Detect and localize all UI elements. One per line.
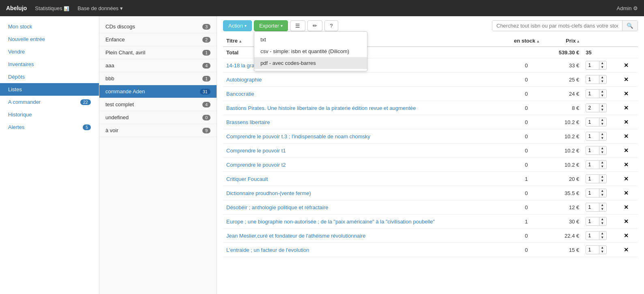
qty-input[interactable] xyxy=(586,90,599,97)
sidebar-item-inventaires[interactable]: Inventaires xyxy=(0,58,99,71)
list-item-bbb[interactable]: bbb 1 xyxy=(99,72,217,85)
qty-down[interactable]: ▼ xyxy=(599,94,605,98)
qty-down[interactable]: ▼ xyxy=(599,179,605,183)
list-view-button[interactable]: ☰ xyxy=(290,20,305,31)
book-link[interactable]: Jean Meslier,curé et fondateur de l'athé… xyxy=(226,233,366,239)
sidebar-item-depots[interactable]: Dépôts xyxy=(0,71,99,83)
action-button[interactable]: Action ▾ xyxy=(223,20,252,31)
qty-input[interactable] xyxy=(586,218,599,225)
qty-down[interactable]: ▼ xyxy=(599,221,605,225)
delete-button[interactable]: ✕ xyxy=(622,247,630,253)
delete-button[interactable]: ✕ xyxy=(622,190,630,196)
qty-input[interactable] xyxy=(586,147,599,154)
qty-up[interactable]: ▲ xyxy=(599,118,605,122)
qty-down[interactable]: ▼ xyxy=(599,79,605,84)
book-link[interactable]: Critiquer Foucault xyxy=(226,176,268,182)
admin-label[interactable]: Admin xyxy=(617,5,632,11)
delete-button[interactable]: ✕ xyxy=(622,133,630,139)
qty-input[interactable] xyxy=(586,246,599,253)
sidebar-item-historique[interactable]: Historique xyxy=(0,108,99,121)
qty-up[interactable]: ▲ xyxy=(599,161,605,165)
search-button[interactable]: 🔍 xyxy=(622,21,638,31)
qty-down[interactable]: ▼ xyxy=(599,236,605,240)
col-prix[interactable]: Prix ▴ xyxy=(547,35,583,47)
edit-button[interactable]: ✏ xyxy=(307,20,322,31)
delete-button[interactable]: ✕ xyxy=(622,147,630,154)
qty-up[interactable]: ▲ xyxy=(599,61,605,65)
qty-input[interactable] xyxy=(586,161,599,168)
book-link[interactable]: Bastions Pirates. Une histoire libertair… xyxy=(226,105,416,111)
delete-button[interactable]: ✕ xyxy=(622,90,630,97)
list-item-cds-discogs[interactable]: CDs discogs 3 xyxy=(99,20,217,33)
qty-down[interactable]: ▼ xyxy=(599,193,605,197)
book-link[interactable]: Comprendre le pouvoir t.3 ; l'indispensa… xyxy=(226,133,370,139)
book-link[interactable]: Comprendre le pouvoir t1 xyxy=(226,148,286,154)
search-input[interactable] xyxy=(492,21,622,31)
qty-input[interactable] xyxy=(586,104,599,112)
qty-up[interactable]: ▲ xyxy=(599,104,605,108)
nav-base-donnees[interactable]: Base de données ▾ xyxy=(77,5,123,11)
nav-statistiques[interactable]: Statistiques 📊 xyxy=(35,5,69,11)
export-pdf[interactable]: pdf - avec codes-barres xyxy=(254,57,367,69)
delete-button[interactable]: ✕ xyxy=(622,204,630,210)
delete-button[interactable]: ✕ xyxy=(622,76,630,83)
list-item-commande-aden[interactable]: commande Aden 31 xyxy=(99,85,217,98)
delete-button[interactable]: ✕ xyxy=(622,218,630,225)
qty-input[interactable] xyxy=(586,232,599,239)
book-link[interactable]: Dictionnaire proudhon-(vente ferme) xyxy=(226,190,311,196)
list-item-undefined[interactable]: undefined 0 xyxy=(99,111,217,124)
sidebar-item-nouvelle-entree[interactable]: Nouvelle entrée xyxy=(0,33,99,45)
qty-up[interactable]: ▲ xyxy=(599,246,605,250)
qty-up[interactable]: ▲ xyxy=(599,203,605,207)
book-link[interactable]: Bancocratie xyxy=(226,91,254,97)
delete-button[interactable]: ✕ xyxy=(622,232,630,239)
list-item-plein-chant[interactable]: Plein Chant, avril 1 xyxy=(99,46,217,59)
help-button[interactable]: ? xyxy=(324,20,338,31)
delete-button[interactable]: ✕ xyxy=(622,176,630,182)
book-link[interactable]: Comprendre le pouvoir t2 xyxy=(226,162,286,168)
qty-down[interactable]: ▼ xyxy=(599,136,605,140)
qty-input[interactable] xyxy=(586,133,599,140)
book-link[interactable]: L'entraide ; un facteur de l'evolution xyxy=(226,247,309,253)
sidebar-item-alertes[interactable]: Alertes 5 xyxy=(0,121,99,133)
qty-input[interactable] xyxy=(586,175,599,182)
qty-down[interactable]: ▼ xyxy=(599,108,605,112)
sidebar-item-mon-stock[interactable]: Mon stock xyxy=(0,20,99,33)
sidebar-item-a-commander[interactable]: A commander 22 xyxy=(0,96,99,108)
qty-input[interactable] xyxy=(586,189,599,197)
book-link[interactable]: Autobiographie xyxy=(226,77,262,83)
qty-down[interactable]: ▼ xyxy=(599,165,605,169)
qty-up[interactable]: ▲ xyxy=(599,146,605,150)
delete-button[interactable]: ✕ xyxy=(622,62,630,69)
book-link[interactable]: Brassens libertaire xyxy=(226,119,270,125)
book-link[interactable]: Désobéir ; anthologie politique et réfra… xyxy=(226,204,328,210)
qty-input[interactable] xyxy=(586,62,599,69)
book-link[interactable]: Europe ; une biographie non-autorisée ; … xyxy=(226,219,435,225)
list-item-aaa[interactable]: aaa 4 xyxy=(99,59,217,72)
list-item-a-voir[interactable]: à voir 9 xyxy=(99,124,217,137)
list-item-enfance[interactable]: Enfance 2 xyxy=(99,33,217,46)
qty-up[interactable]: ▲ xyxy=(599,132,605,136)
qty-input[interactable] xyxy=(586,118,599,126)
qty-down[interactable]: ▼ xyxy=(599,122,605,126)
delete-button[interactable]: ✕ xyxy=(622,105,630,111)
qty-input[interactable] xyxy=(586,204,599,211)
qty-down[interactable]: ▼ xyxy=(599,207,605,211)
delete-button[interactable]: ✕ xyxy=(622,119,630,125)
exporter-button[interactable]: Exporter ▾ xyxy=(254,20,288,31)
qty-up[interactable]: ▲ xyxy=(599,217,605,221)
sidebar-item-vendre[interactable]: Vendre xyxy=(0,45,99,58)
qty-down[interactable]: ▼ xyxy=(599,150,605,155)
qty-up[interactable]: ▲ xyxy=(599,189,605,193)
delete-button[interactable]: ✕ xyxy=(622,161,630,168)
list-item-test-complet[interactable]: test complet 4 xyxy=(99,98,217,111)
export-txt[interactable]: txt xyxy=(254,34,367,45)
app-brand[interactable]: Abelujo xyxy=(6,5,27,11)
qty-up[interactable]: ▲ xyxy=(599,175,605,179)
col-en-stock[interactable]: en stock ▴ xyxy=(506,35,547,47)
qty-down[interactable]: ▼ xyxy=(599,65,605,69)
qty-down[interactable]: ▼ xyxy=(599,250,605,254)
qty-up[interactable]: ▲ xyxy=(599,75,605,79)
sidebar-item-listes[interactable]: Listes xyxy=(0,83,99,96)
qty-up[interactable]: ▲ xyxy=(599,90,605,94)
